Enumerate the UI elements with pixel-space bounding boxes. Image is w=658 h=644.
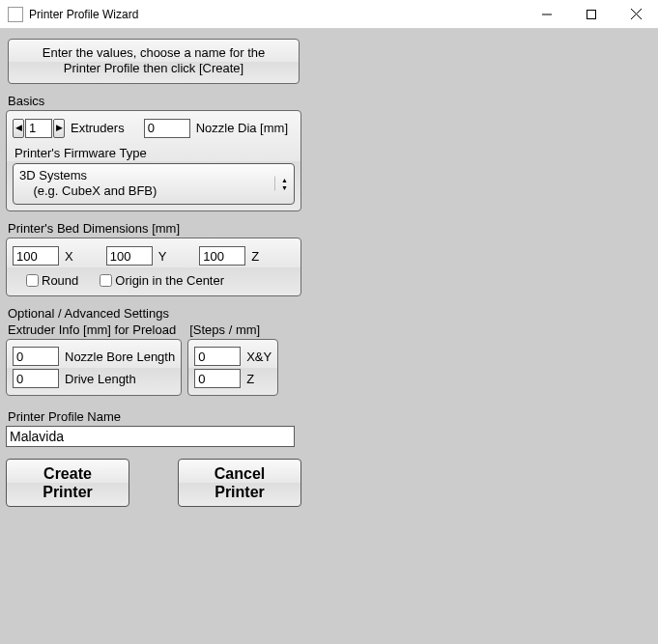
create-label: Create Printer	[43, 464, 93, 501]
bed-x-input[interactable]	[13, 246, 59, 266]
chevron-updown-icon: ▲▼	[274, 177, 288, 191]
firmware-line2: (e.g. CubeX and BFB)	[19, 183, 271, 200]
basics-label: Basics	[8, 94, 301, 108]
adv-label: Optional / Advanced Settings	[8, 306, 301, 321]
extruders-decrement[interactable]: ◀	[13, 119, 24, 138]
steps-label: [Steps / mm]	[189, 322, 278, 337]
close-icon	[631, 9, 642, 19]
nozzle-bore-input[interactable]	[13, 347, 59, 366]
profile-name-label: Printer Profile Name	[8, 409, 301, 424]
extruder-info-label: Extruder Info [mm] for Preload	[8, 322, 182, 337]
maximize-button[interactable]	[569, 0, 614, 29]
bed-x-label: X	[65, 249, 73, 264]
drive-length-input[interactable]	[13, 369, 59, 388]
extruders-increment[interactable]: ▶	[53, 119, 65, 138]
minimize-icon	[542, 10, 552, 19]
bed-label: Printer's Bed Dimensions [mm]	[8, 221, 301, 236]
nozzle-bore-label: Nozzle Bore Length	[65, 350, 175, 364]
instruction-banner: Enter the values, choose a name for the …	[8, 39, 300, 84]
svg-rect-1	[587, 10, 596, 18]
nozzle-dia-input[interactable]	[144, 119, 190, 138]
steps-xy-input[interactable]	[194, 347, 241, 366]
nozzle-dia-label: Nozzle Dia [mm]	[196, 121, 288, 135]
cancel-label: Cancel Printer	[215, 464, 265, 501]
bed-z-input[interactable]	[199, 246, 245, 266]
extruder-info-group: Nozzle Bore Length Drive Length	[6, 339, 182, 396]
round-checkbox[interactable]	[26, 274, 39, 287]
drive-length-label: Drive Length	[65, 372, 136, 386]
close-button[interactable]	[614, 0, 658, 29]
origin-label: Origin in the Center	[115, 273, 224, 288]
app-icon	[8, 7, 23, 22]
origin-checkbox-wrap[interactable]: Origin in the Center	[100, 273, 224, 288]
minimize-button[interactable]	[525, 0, 569, 29]
extruders-input[interactable]	[25, 119, 52, 138]
round-label: Round	[42, 273, 78, 288]
firmware-label: Printer's Firmware Type	[14, 146, 295, 160]
round-checkbox-wrap[interactable]: Round	[26, 273, 78, 288]
window-title: Printer Profile Wizard	[29, 8, 138, 21]
banner-line2: Printer Profile then click [Create]	[13, 61, 295, 76]
steps-group: X&Y Z	[187, 339, 278, 396]
firmware-line1: 3D Systems	[19, 168, 271, 184]
bed-group: X Y Z Round Origin in the Center	[6, 238, 301, 296]
titlebar: Printer Profile Wizard	[0, 0, 658, 29]
banner-line1: Enter the values, choose a name for the	[13, 45, 295, 61]
steps-z-input[interactable]	[194, 369, 241, 388]
bed-z-label: Z	[251, 249, 259, 264]
create-printer-button[interactable]: Create Printer	[6, 459, 129, 507]
steps-xy-label: X&Y	[246, 350, 272, 364]
bed-y-label: Y	[158, 249, 167, 264]
profile-name-input[interactable]	[6, 426, 295, 447]
basics-group: ◀ ▶ Extruders Nozzle Dia [mm] Printer's …	[6, 110, 301, 212]
steps-z-label: Z	[246, 372, 254, 386]
bed-y-input[interactable]	[106, 246, 153, 266]
cancel-printer-button[interactable]: Cancel Printer	[178, 459, 301, 507]
origin-checkbox[interactable]	[100, 274, 112, 287]
extruders-label: Extruders	[71, 121, 125, 135]
firmware-select[interactable]: 3D Systems (e.g. CubeX and BFB) ▲▼	[13, 163, 295, 206]
maximize-icon	[586, 10, 596, 19]
